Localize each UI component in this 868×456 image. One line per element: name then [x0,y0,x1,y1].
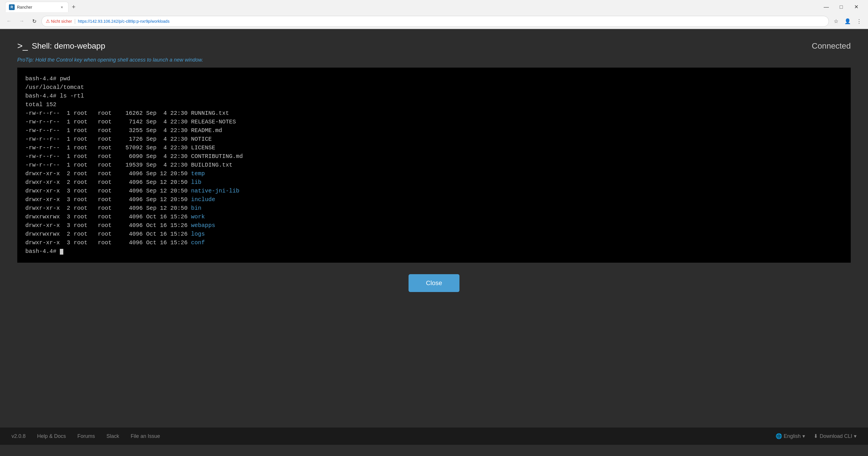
footer-file-issue[interactable]: File an Issue [131,433,160,439]
close-window-button[interactable]: ✕ [849,2,863,11]
footer-slack[interactable]: Slack [106,433,119,439]
browser-chrome: R Rancher × + — □ ✕ ← → ↻ ⚠ Nicht sicher… [0,0,868,29]
terminal-line: total 152 [25,100,843,109]
terminal[interactable]: bash-4.4# pwd /usr/local/tomcat bash-4.4… [17,68,851,263]
tab-bar: R Rancher × + [3,1,81,13]
protip-text: ProTip: Hold the Control key when openin… [17,57,851,63]
url-separator: | [74,18,76,24]
back-button[interactable]: ← [3,16,14,27]
close-button-container: Close [17,274,851,292]
url-display: https://142.93.106.242/p/c-cl89p:p-nxr9p… [78,19,825,24]
minimize-button[interactable]: — [820,2,833,11]
terminal-line: -rw-r--r-- 1 root root 16262 Sep 4 22:30… [25,109,843,118]
close-button[interactable]: Close [408,274,459,292]
terminal-line: drwxr-xr-x 3 root root 4096 Oct 16 15:26… [25,239,843,247]
bookmark-button[interactable]: ☆ [831,16,841,27]
new-tab-button[interactable]: + [68,2,79,12]
chevron-down-icon-2: ▾ [854,433,857,439]
page-content: >_ Shell: demo-webapp Connected ProTip: … [0,29,868,445]
terminal-line: -rw-r--r-- 1 root root 57092 Sep 4 22:30… [25,144,843,152]
footer: v2.0.8 Help & Docs Forums Slack File an … [0,427,868,445]
address-bar[interactable]: ⚠ Nicht sicher | https://142.93.106.242/… [41,16,829,27]
terminal-line: bash-4.4# pwd [25,74,843,83]
globe-icon: 🌐 [776,433,782,439]
terminal-line: drwxr-xr-x 2 root root 4096 Sep 12 20:50… [25,178,843,187]
terminal-line: drwxr-xr-x 3 root root 4096 Sep 12 20:50… [25,187,843,195]
shell-header: >_ Shell: demo-webapp Connected [17,40,851,51]
toolbar: ← → ↻ ⚠ Nicht sicher | https://142.93.10… [0,14,868,29]
security-warning-icon: ⚠ [46,19,50,24]
forward-button[interactable]: → [16,16,27,27]
tab-title: Rancher [17,5,57,9]
active-tab[interactable]: R Rancher × [5,2,68,12]
download-icon: ⬇ [814,433,818,439]
shell-dialog: >_ Shell: demo-webapp Connected ProTip: … [17,40,851,292]
reload-button[interactable]: ↻ [29,16,40,27]
terminal-line: bash-4.4# ls -rtl [25,92,843,100]
footer-right: 🌐 English ▾ ⬇ Download CLI ▾ [776,433,857,439]
footer-left: v2.0.8 Help & Docs Forums Slack File an … [11,433,776,439]
security-indicator: ⚠ Nicht sicher [46,19,72,24]
terminal-line: drwxr-xr-x 3 root root 4096 Sep 12 20:50… [25,195,843,204]
footer-help-docs[interactable]: Help & Docs [37,433,66,439]
shell-icon: >_ [17,40,28,51]
menu-button[interactable]: ⋮ [854,16,865,27]
terminal-line: -rw-r--r-- 1 root root 1726 Sep 4 22:30 … [25,135,843,144]
security-text: Nicht sicher [51,19,72,24]
toolbar-right: ☆ 👤 ⋮ [831,16,865,27]
title-bar: R Rancher × + — □ ✕ [0,0,868,14]
shell-title-text: Shell: demo-webapp [32,41,105,51]
terminal-line: -rw-r--r-- 1 root root 3255 Sep 4 22:30 … [25,126,843,135]
download-cli-label: Download CLI [820,433,852,439]
tab-favicon: R [9,4,15,10]
profile-button[interactable]: 👤 [842,16,853,27]
terminal-line: drwxr-xr-x 2 root root 4096 Sep 12 20:50… [25,170,843,178]
terminal-line: -rw-r--r-- 1 root root 19539 Sep 4 22:30… [25,161,843,170]
terminal-line: -rw-r--r-- 1 root root 7142 Sep 4 22:30 … [25,118,843,126]
terminal-line: drwxr-xr-x 3 root root 4096 Oct 16 15:26… [25,221,843,230]
connected-status: Connected [812,41,851,51]
terminal-line: drwxrwxrwx 3 root root 4096 Oct 16 15:26… [25,213,843,221]
maximize-button[interactable]: □ [835,2,848,11]
language-label: English [784,433,801,439]
terminal-line: /usr/local/tomcat [25,83,843,92]
footer-download-cli[interactable]: ⬇ Download CLI ▾ [814,433,857,439]
terminal-line: drwxr-xr-x 2 root root 4096 Sep 12 20:50… [25,204,843,213]
terminal-line: drwxrwxrwx 2 root root 4096 Oct 16 15:26… [25,230,843,239]
shell-title: >_ Shell: demo-webapp [17,40,105,51]
terminal-line: -rw-r--r-- 1 root root 6090 Sep 4 22:30 … [25,152,843,161]
terminal-prompt-line: bash-4.4# [25,247,843,256]
footer-forums[interactable]: Forums [78,433,95,439]
footer-language-selector[interactable]: 🌐 English ▾ [776,433,805,439]
chevron-down-icon: ▾ [802,433,805,439]
window-controls: — □ ✕ [820,2,863,11]
footer-version: v2.0.8 [11,433,26,439]
tab-close-button[interactable]: × [59,4,65,10]
